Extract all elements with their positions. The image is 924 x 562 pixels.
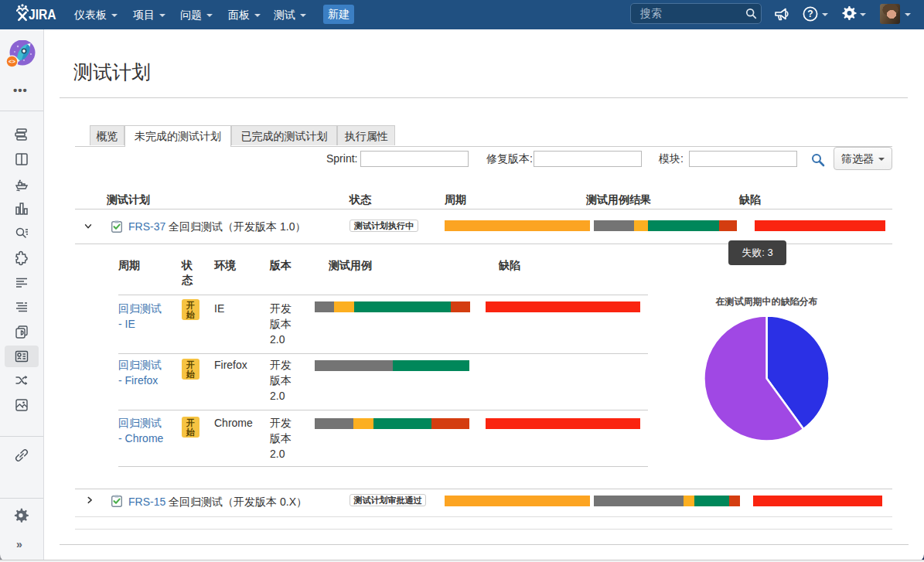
svg-text:?: ? (807, 9, 813, 19)
svg-text:<>: <> (9, 58, 15, 65)
